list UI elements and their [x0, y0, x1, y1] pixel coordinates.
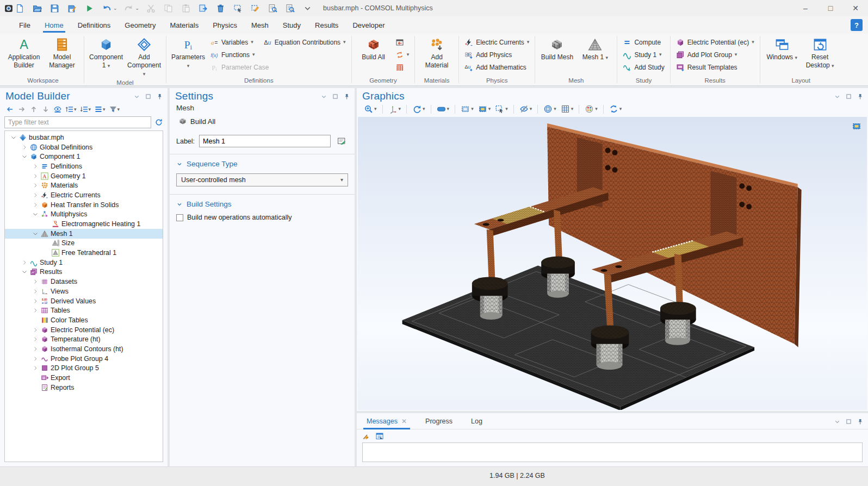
undo-button[interactable]: [101, 2, 113, 14]
tab-progress[interactable]: Progress: [422, 414, 456, 429]
chevron-right-icon[interactable]: [31, 298, 40, 304]
rotate-button[interactable]: ▾: [411, 103, 427, 115]
tab-physics[interactable]: Physics: [206, 17, 244, 33]
tree-item-isothermal-contours-ht[interactable]: Isothermal Contours (ht): [5, 344, 163, 354]
filter-input[interactable]: [4, 116, 151, 128]
panel-caret-icon[interactable]: [834, 93, 841, 100]
chevron-down-icon[interactable]: ⌄: [135, 6, 140, 11]
chevron-down-icon[interactable]: [20, 153, 29, 160]
component-1-button[interactable]: Component 1 ▾: [88, 35, 125, 71]
tree-item-color-tables[interactable]: Color Tables: [5, 315, 163, 325]
tree-item-tables[interactable]: Tables: [5, 306, 163, 315]
build-auto-checkbox[interactable]: [176, 214, 183, 221]
tab-developer[interactable]: Developer: [345, 17, 392, 33]
chevron-right-icon[interactable]: [31, 182, 40, 189]
arrow-up-button[interactable]: [28, 104, 39, 115]
messages-content[interactable]: [362, 443, 863, 462]
chevron-down-icon[interactable]: [31, 211, 40, 217]
parameters-button[interactable]: PiParameters ▾: [170, 35, 207, 71]
reset-desktop-button[interactable]: Reset Desktop ▾: [802, 35, 839, 71]
expand-list-button[interactable]: ▾: [64, 104, 78, 115]
chevron-right-icon[interactable]: [31, 336, 40, 342]
tree-item-2d-plot-group-5[interactable]: 2D Plot Group 5: [5, 364, 163, 373]
tree-item-temperature-ht[interactable]: Temperature (ht): [5, 334, 163, 344]
delete-button[interactable]: [214, 2, 226, 14]
panel-pin-icon[interactable]: [857, 93, 864, 100]
find-button[interactable]: [266, 2, 278, 14]
electric-potential-ec-button[interactable]: Electric Potential (ec) ▾: [674, 36, 757, 48]
refresh-icon[interactable]: [154, 118, 163, 127]
chevron-down-icon[interactable]: [9, 134, 18, 141]
tree-item-materials[interactable]: Materials: [5, 180, 163, 190]
panel-restore-icon[interactable]: [845, 418, 852, 425]
open-in-window-button[interactable]: [375, 432, 384, 440]
virtual-operations-button[interactable]: [393, 61, 406, 73]
add-study-button[interactable]: Add Study: [621, 61, 666, 73]
tree-item-views[interactable]: Views: [5, 286, 163, 296]
arrow-right-button[interactable]: [16, 104, 27, 115]
scene-light-button[interactable]: ▾: [542, 103, 558, 115]
sequence-type-select[interactable]: User-controlled mesh ▾: [176, 173, 348, 186]
panel-pin-icon[interactable]: [343, 93, 350, 100]
save-button[interactable]: [48, 2, 60, 14]
tab-geometry[interactable]: Geometry: [117, 17, 163, 33]
tab-definitions[interactable]: Definitions: [71, 17, 118, 33]
tree-item-electric-potential-ec[interactable]: Electric Potential (ec): [5, 325, 163, 335]
axis-orientation-button[interactable]: ▾: [387, 103, 403, 115]
chevron-down-icon[interactable]: [20, 269, 29, 275]
arrow-left-button[interactable]: [4, 104, 15, 115]
save-as-button[interactable]: [66, 2, 78, 14]
tree-item-datasets[interactable]: Datasets: [5, 277, 163, 286]
zoom-button[interactable]: ▾: [362, 103, 379, 115]
show-button[interactable]: [52, 104, 63, 115]
section-build-settings[interactable]: Build Settings: [176, 200, 348, 208]
chevron-right-icon[interactable]: [31, 192, 40, 198]
compute-button[interactable]: Compute: [621, 36, 663, 48]
variables-button[interactable]: a=Variables ▾: [208, 36, 256, 48]
add-component-button[interactable]: Add Component ▾: [126, 35, 163, 79]
electric-currents-button[interactable]: Electric Currents ▾: [462, 36, 531, 48]
grid-button[interactable]: ▾: [559, 103, 575, 115]
tree-item-busbar-mph[interactable]: busbar.mph: [5, 133, 163, 142]
tree-item-size[interactable]: Size: [5, 239, 163, 248]
application-builder-button[interactable]: AApplication Builder: [5, 35, 42, 71]
busbar-3d-model[interactable]: [358, 117, 867, 410]
chevron-right-icon[interactable]: [31, 278, 40, 285]
tab-results[interactable]: Results: [308, 17, 345, 33]
chevron-right-icon[interactable]: [31, 356, 40, 362]
add-physics-button[interactable]: Add Physics: [462, 49, 514, 60]
chevron-right-icon[interactable]: [20, 259, 29, 266]
label-edit-icon[interactable]: [335, 135, 348, 147]
tree-item-geometry-1[interactable]: AGeometry 1: [5, 171, 163, 181]
tree-item-probe-plot-group-4[interactable]: Probe Plot Group 4: [5, 354, 163, 364]
tree-options-button[interactable]: ▾: [93, 104, 107, 115]
panel-caret-icon[interactable]: [834, 418, 841, 425]
tree-item-reports[interactable]: Reports: [5, 383, 163, 392]
label-field[interactable]: [199, 135, 331, 147]
close-icon[interactable]: ✕: [401, 418, 407, 425]
equation-contributions-button[interactable]: ΔuEquation Contributions ▾: [261, 36, 348, 48]
image-snapshot-button[interactable]: ▾: [476, 103, 493, 115]
tab-study[interactable]: Study: [276, 17, 308, 33]
tree-item-results[interactable]: Results: [5, 267, 163, 277]
panel-restore-icon[interactable]: [145, 93, 152, 100]
tree-item-heat-transfer-in-solids[interactable]: Heat Transfer in Solids: [5, 200, 163, 210]
chevron-down-icon[interactable]: ⌄: [113, 6, 117, 11]
zoom-extents-button[interactable]: ▾: [459, 103, 475, 115]
select-button[interactable]: ▾: [493, 103, 510, 115]
new-file-button[interactable]: [14, 2, 26, 14]
tab-log[interactable]: Log: [468, 414, 486, 429]
tree-item-export[interactable]: Export: [5, 373, 163, 383]
tree-item-free-tetrahedral-1[interactable]: Free Tetrahedral 1: [5, 248, 163, 258]
tab-home[interactable]: Home: [38, 17, 71, 33]
open-button[interactable]: [31, 2, 43, 14]
panel-restore-icon[interactable]: [845, 93, 852, 100]
tab-mesh[interactable]: Mesh: [244, 17, 276, 33]
tab-file[interactable]: File: [12, 17, 38, 33]
image-snapshot-icon[interactable]: [852, 121, 861, 131]
build-all-button[interactable]: Build All: [355, 35, 392, 63]
close-button[interactable]: ✕: [843, 0, 868, 16]
graphics-viewport[interactable]: [358, 117, 867, 410]
arrow-down-button[interactable]: [40, 104, 51, 115]
panel-caret-icon[interactable]: [133, 93, 140, 100]
